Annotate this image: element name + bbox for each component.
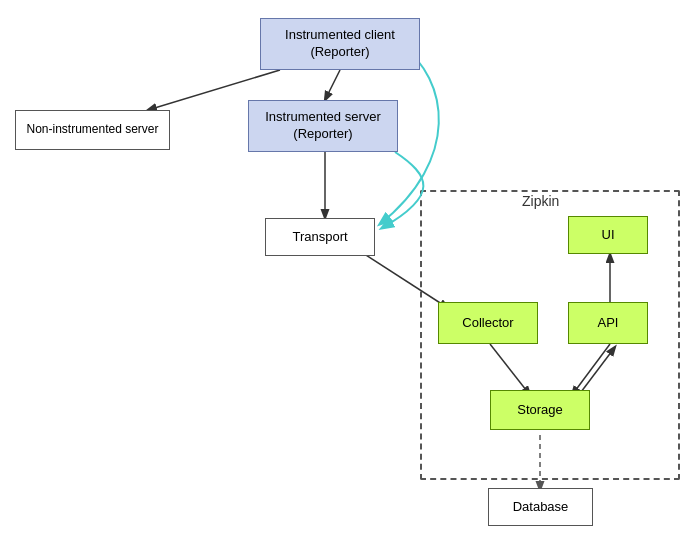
database-label: Database [513, 499, 569, 516]
api-label: API [598, 315, 619, 332]
transport-node: Transport [265, 218, 375, 256]
transport-label: Transport [292, 229, 347, 246]
instrumented-server-label: Instrumented server(Reporter) [265, 109, 381, 143]
instrumented-server-node: Instrumented server(Reporter) [248, 100, 398, 152]
non-instrumented-server-node: Non-instrumented server [15, 110, 170, 150]
non-instrumented-server-label: Non-instrumented server [26, 122, 158, 138]
database-node: Database [488, 488, 593, 526]
storage-node: Storage [490, 390, 590, 430]
collector-node: Collector [438, 302, 538, 344]
svg-line-1 [325, 70, 340, 100]
collector-label: Collector [462, 315, 513, 332]
ui-label: UI [602, 227, 615, 244]
api-node: API [568, 302, 648, 344]
storage-label: Storage [517, 402, 563, 419]
zipkin-label: Zipkin [522, 193, 559, 209]
instrumented-client-node: Instrumented client(Reporter) [260, 18, 420, 70]
diagram-container: Zipkin [0, 0, 699, 543]
instrumented-client-label: Instrumented client(Reporter) [285, 27, 395, 61]
ui-node: UI [568, 216, 648, 254]
